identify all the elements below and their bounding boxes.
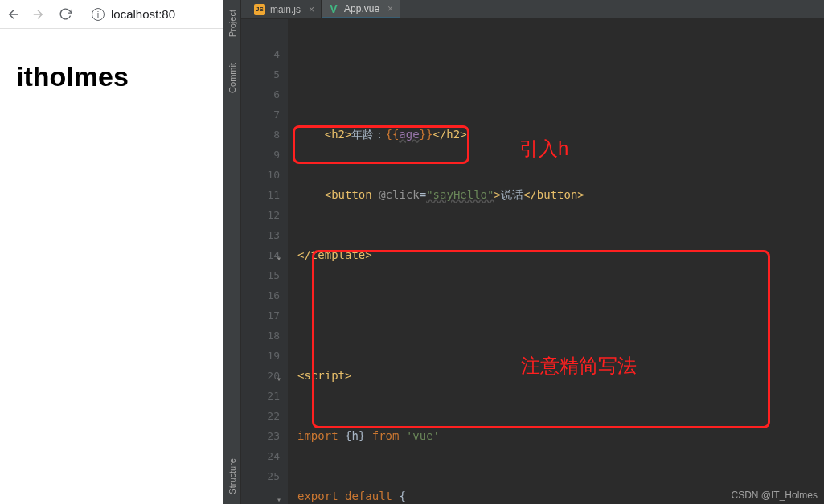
js-file-icon: JS xyxy=(254,4,265,15)
code-editor: Project Commit Structure JS main.js × V … xyxy=(223,0,824,504)
watermark: CSDN @IT_Holmes xyxy=(731,490,818,501)
editor-tabbar: JS main.js × V App.vue × xyxy=(241,0,824,19)
editor-sidebar: Project Commit Structure xyxy=(223,0,241,504)
sidebar-project[interactable]: Project xyxy=(226,5,239,42)
vue-file-icon: V xyxy=(328,3,339,14)
tab-app-vue[interactable]: V App.vue × xyxy=(322,0,400,18)
code-text[interactable]: <h2>年龄：{{age}}</h2> <button @click="sayH… xyxy=(288,19,824,504)
back-button[interactable] xyxy=(6,7,21,22)
site-info-icon[interactable]: i xyxy=(92,8,105,21)
forward-button[interactable] xyxy=(31,7,45,22)
address-text: localhost:80 xyxy=(111,7,175,21)
close-icon[interactable]: × xyxy=(309,4,314,15)
sidebar-commit[interactable]: Commit xyxy=(226,58,239,98)
code-area[interactable]: 4 5 6 7 8 9 10 11 12 13 14 15 16 17 18 1… xyxy=(241,19,824,504)
close-icon[interactable]: × xyxy=(387,3,393,14)
annotation-box-setup xyxy=(312,250,770,428)
reload-button[interactable] xyxy=(58,7,72,22)
tab-main-js[interactable]: JS main.js × xyxy=(248,0,322,18)
sidebar-structure[interactable]: Structure xyxy=(226,453,239,499)
